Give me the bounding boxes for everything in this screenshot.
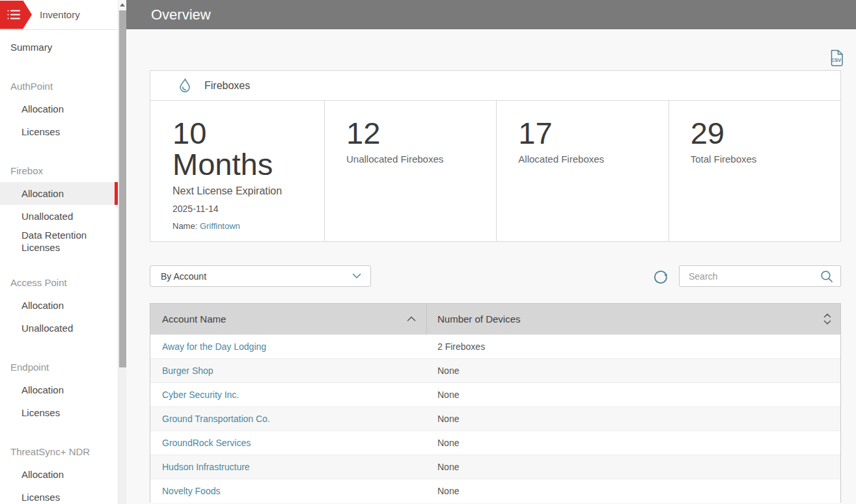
sidebar-section-threatsync-ndr: ThreatSync+ NDR <box>0 440 118 463</box>
sidebar-section-endpoint: Endpoint <box>0 355 118 378</box>
table-row: Cyber Security Inc. None <box>150 382 840 406</box>
table-row: Ground Transportation Co. None <box>150 406 840 431</box>
account-link[interactable]: Away for the Day Lodging <box>162 341 266 352</box>
page-content: CSV Fireboxes 10 Months Next License Exp… <box>126 29 856 504</box>
fireboxes-card: Fireboxes 10 Months Next License Expirat… <box>150 70 841 242</box>
search-input[interactable] <box>689 271 820 282</box>
export-csv-button[interactable]: CSV <box>829 49 844 66</box>
device-count: None <box>427 486 840 496</box>
stat-expiration-date: 2025-11-14 <box>173 204 324 214</box>
sidebar-item-accesspoint-allocation[interactable]: Allocation <box>0 294 118 317</box>
fireboxes-card-header: Fireboxes <box>150 71 840 101</box>
table-row: Hudson Infrastructure None <box>150 455 840 479</box>
dropdown-selected-value: By Account <box>161 271 206 282</box>
stat-label: Allocated Fireboxes <box>518 153 668 165</box>
table-row: GroundRock Services None <box>150 431 840 455</box>
column-header-number-of-devices[interactable]: Number of Devices <box>427 304 840 334</box>
refresh-icon <box>652 268 669 285</box>
refresh-button[interactable] <box>652 268 669 285</box>
stat-value: 29 <box>691 118 840 149</box>
stat-allocated-fireboxes: 17 Allocated Fireboxes <box>496 101 668 241</box>
sidebar-item-firebox-unallocated[interactable]: Unallocated <box>0 205 118 228</box>
stat-total-fireboxes: 29 Total Fireboxes <box>669 101 840 241</box>
sidebar-section-access-point: Access Point <box>0 271 118 294</box>
account-link[interactable]: GroundRock Services <box>162 438 251 448</box>
table-body: Away for the Day Lodging 2 Fireboxes Bur… <box>150 334 840 503</box>
sidebar-scrollbar[interactable] <box>118 0 126 504</box>
scrollbar-up-button[interactable] <box>118 0 126 10</box>
device-count: None <box>427 462 840 472</box>
main-panel: Overview CSV Fireboxes 10 Months <box>126 0 856 504</box>
account-link[interactable]: Burger Shop <box>162 365 214 376</box>
scroll-up-arrow-icon <box>120 3 125 7</box>
sidebar-nav: Summary AuthPoint Allocation Licenses Fi… <box>0 30 118 504</box>
table-row: Novelty Foods None <box>150 479 840 503</box>
sidebar-item-authpoint-licenses[interactable]: Licenses <box>0 120 118 143</box>
stat-next-license-expiration: 10 Months Next License Expiration 2025-1… <box>150 101 324 241</box>
account-link[interactable]: Hudson Infrastructure <box>162 462 250 472</box>
stat-device-name: Name: Griffintown <box>173 221 324 231</box>
sidebar-item-accesspoint-unallocated[interactable]: Unallocated <box>0 317 118 339</box>
table-row: Away for the Day Lodging 2 Fireboxes <box>150 334 840 358</box>
table-header: Account Name Number of Devices <box>150 304 840 334</box>
sidebar-item-firebox-allocation[interactable]: Allocation <box>0 182 118 205</box>
search-icon[interactable] <box>820 269 834 284</box>
stat-value: 12 <box>346 118 496 149</box>
sidebar-item-firebox-data-retention-licenses[interactable]: Data Retention Licenses <box>0 228 118 255</box>
search-box <box>679 265 841 287</box>
table-controls: By Account <box>150 265 841 287</box>
card-title: Fireboxes <box>204 80 250 92</box>
stat-label: Unallocated Fireboxes <box>346 153 496 165</box>
stat-tiles: 10 Months Next License Expiration 2025-1… <box>150 101 840 241</box>
sidebar-item-summary[interactable]: Summary <box>0 35 118 59</box>
table-row: Burger Shop None <box>150 358 840 382</box>
sidebar-header: Inventory <box>0 0 118 30</box>
device-count: None <box>427 414 840 424</box>
device-count: 2 Fireboxes <box>427 341 840 352</box>
svg-text:CSV: CSV <box>831 57 841 63</box>
account-link[interactable]: Novelty Foods <box>162 486 220 496</box>
stat-unallocated-fireboxes: 12 Unallocated Fireboxes <box>324 101 496 241</box>
sidebar-item-threatsync-allocation[interactable]: Allocation <box>0 463 118 486</box>
list-menu-icon <box>7 9 21 20</box>
device-count: None <box>427 390 840 400</box>
stat-value: 10 <box>173 118 324 149</box>
sidebar-item-endpoint-licenses[interactable]: Licenses <box>0 401 118 424</box>
account-link[interactable]: Ground Transportation Co. <box>162 414 270 424</box>
firebox-flame-icon <box>176 77 193 94</box>
scrollbar-thumb[interactable] <box>119 10 126 367</box>
sidebar-section-firebox: Firebox <box>0 159 118 182</box>
sidebar-title: Inventory <box>40 9 80 20</box>
stat-value: 17 <box>518 118 668 149</box>
stat-label: Next License Expiration <box>173 185 324 197</box>
stat-unit: Months <box>173 149 324 180</box>
page-header: Overview <box>126 0 856 29</box>
sort-both-icon <box>823 313 831 325</box>
inventory-badge[interactable] <box>0 1 32 29</box>
page-title: Overview <box>151 7 211 23</box>
stat-label: Total Fireboxes <box>691 153 840 165</box>
accounts-table: Account Name Number of Devices Away for … <box>150 303 841 503</box>
device-count: None <box>427 365 840 376</box>
sidebar-item-endpoint-allocation[interactable]: Allocation <box>0 378 118 401</box>
sidebar: Inventory Summary AuthPoint Allocation L… <box>0 0 126 504</box>
sidebar-item-authpoint-allocation[interactable]: Allocation <box>0 98 118 120</box>
sidebar-section-authpoint: AuthPoint <box>0 74 118 98</box>
device-count: None <box>427 438 840 448</box>
device-name-link[interactable]: Griffintown <box>200 221 240 231</box>
group-by-dropdown[interactable]: By Account <box>150 265 371 287</box>
sort-ascending-icon <box>407 316 416 322</box>
account-link[interactable]: Cyber Security Inc. <box>162 390 239 400</box>
csv-file-icon: CSV <box>829 49 844 66</box>
chevron-down-icon <box>352 273 361 279</box>
sidebar-item-threatsync-licenses[interactable]: Licenses <box>0 486 118 504</box>
column-header-account-name[interactable]: Account Name <box>150 304 427 334</box>
